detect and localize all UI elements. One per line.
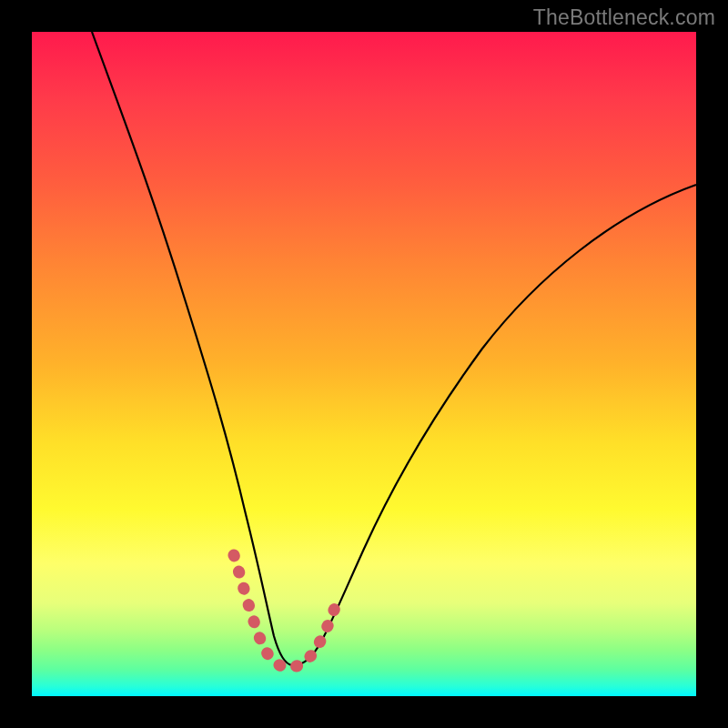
highlight-zone <box>234 555 338 667</box>
watermark-text: TheBottleneck.com <box>533 5 715 30</box>
chart-frame: TheBottleneck.com <box>0 0 728 728</box>
plot-area <box>32 32 696 696</box>
curve-layer <box>32 32 696 696</box>
bottleneck-curve <box>92 32 696 665</box>
